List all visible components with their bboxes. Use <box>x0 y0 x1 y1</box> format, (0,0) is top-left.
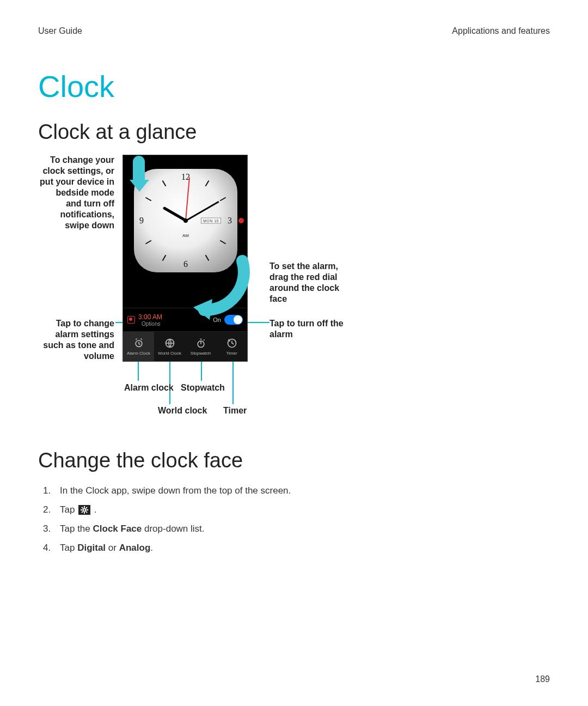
clock-date: MON 10 <box>201 218 221 224</box>
clock-numeral-6: 6 <box>183 259 188 269</box>
callout-turn-off: Tap to turn off the alarm <box>270 318 351 340</box>
alarm-row[interactable]: 3:00 AM Options On <box>123 308 247 332</box>
timer-icon <box>226 337 238 349</box>
page-title: Clock <box>38 69 550 104</box>
callout-tab-timer: Timer <box>223 405 247 416</box>
callout-tab-stopwatch: Stopwatch <box>181 382 225 393</box>
tab-stopwatch[interactable]: Stopwatch <box>185 332 216 361</box>
clock-ampm: AM <box>182 233 189 238</box>
alarm-clock-icon <box>133 337 145 349</box>
connector-line <box>248 322 270 323</box>
analog-clock-face: 12 3 6 9 MON 10 AM <box>134 169 237 272</box>
section-clock-at-a-glance: Clock at a glance <box>38 120 550 144</box>
header-left: User Guide <box>38 26 82 36</box>
alarm-on-label: On <box>213 317 221 323</box>
alarm-icon <box>127 316 135 324</box>
alarm-options-label: Options <box>142 321 162 327</box>
clock-numeral-9: 9 <box>139 216 144 226</box>
tab-label: Stopwatch <box>191 351 211 356</box>
callout-alarm-settings: Tap to change alarm settings such as ton… <box>38 318 114 362</box>
svg-point-5 <box>83 509 86 512</box>
callout-tab-world: World clock <box>158 405 207 416</box>
connector-line <box>115 322 122 323</box>
tab-world-clock[interactable]: World Clock <box>154 332 185 361</box>
section-change-clock-face: Change the clock face <box>38 449 550 472</box>
callout-set-alarm: To set the alarm, drag the red dial arou… <box>270 261 340 305</box>
step-2: Tap . <box>53 502 550 518</box>
tab-row: Alarm Clock World Clock Stopwatch <box>123 332 247 361</box>
clock-diagram: To change your clock settings, or put yo… <box>38 155 550 433</box>
stopwatch-icon <box>195 337 207 349</box>
connector-line <box>201 362 202 381</box>
connector-line <box>138 362 139 381</box>
connector-line <box>232 362 234 404</box>
tab-label: Alarm Clock <box>127 351 150 356</box>
step-4: Tap Digital or Analog. <box>53 540 550 556</box>
header-right: Applications and features <box>452 26 550 36</box>
gear-icon <box>78 505 90 515</box>
step-3: Tap the Clock Face drop-down list. <box>53 521 550 537</box>
tab-alarm-clock[interactable]: Alarm Clock <box>123 332 154 361</box>
callout-swipe-down: To change your clock settings, or put yo… <box>38 155 114 231</box>
page-number: 189 <box>535 674 550 684</box>
alarm-toggle[interactable] <box>224 315 243 325</box>
clock-numeral-3: 3 <box>228 216 232 226</box>
clock-center <box>183 218 188 223</box>
hour-hand <box>162 206 186 222</box>
tab-label: Timer <box>226 351 237 356</box>
tab-label: World Clock <box>158 351 181 356</box>
steps-list: In the Clock app, swipe down from the to… <box>38 483 550 556</box>
second-hand <box>185 177 189 221</box>
tab-timer[interactable]: Timer <box>216 332 247 361</box>
globe-icon <box>164 337 176 349</box>
callout-tab-alarm: Alarm clock <box>124 382 174 393</box>
step-1: In the Clock app, swipe down from the to… <box>53 483 550 499</box>
alarm-time: 3:00 AM <box>138 313 162 321</box>
swipe-down-arrow-icon <box>130 156 148 194</box>
alarm-dial-dot[interactable] <box>238 218 244 223</box>
